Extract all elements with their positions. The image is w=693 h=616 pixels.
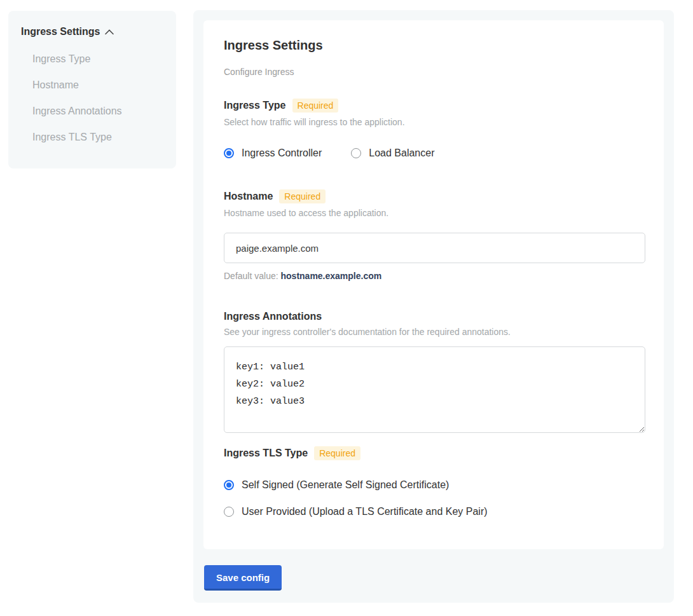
sidebar-group-title: Ingress Settings [21,26,100,38]
sidebar-group-ingress-settings[interactable]: Ingress Settings [21,26,163,38]
save-config-button[interactable]: Save config [204,565,282,591]
hostname-label: Hostname [224,191,273,202]
hostname-input[interactable] [224,233,645,263]
radio-selected-icon[interactable] [224,148,234,158]
chevron-up-icon [105,29,114,35]
ingress-annotations-help: See your ingress controller's documentat… [224,327,643,337]
sidebar-item-ingress-annotations[interactable]: Ingress Annotations [32,106,163,117]
radio-self-signed[interactable]: Self Signed (Generate Self Signed Certif… [224,479,643,491]
hostname-help: Hostname used to access the application. [224,208,643,218]
sidebar-item-list: Ingress Type Hostname Ingress Annotation… [21,53,163,143]
ingress-type-label: Ingress Type [224,100,286,111]
sidebar-item-ingress-tls-type[interactable]: Ingress TLS Type [32,132,163,143]
section-hostname: Hostname Required Hostname used to acces… [224,189,643,281]
required-badge: Required [279,189,326,203]
hostname-default-value-text: hostname.example.com [281,271,382,281]
sidebar-item-ingress-type[interactable]: Ingress Type [32,53,163,65]
required-badge: Required [314,446,360,460]
ingress-type-radio-group: Ingress Controller Load Balancer [224,147,643,159]
section-ingress-type: Ingress Type Required Select how traffic… [224,99,643,159]
ingress-tls-radio-group: Self Signed (Generate Self Signed Certif… [224,479,643,517]
radio-selected-icon[interactable] [224,480,234,490]
ingress-settings-card: Ingress Settings Configure Ingress Ingre… [203,20,664,549]
ingress-tls-type-label: Ingress TLS Type [224,448,308,459]
page-subtitle: Configure Ingress [224,67,643,77]
radio-load-balancer[interactable]: Load Balancer [351,147,434,159]
radio-ingress-controller[interactable]: Ingress Controller [224,147,322,159]
ingress-annotations-textarea[interactable]: key1: value1 key2: value2 key3: value3 [224,346,645,433]
radio-unselected-icon[interactable] [224,507,234,517]
section-ingress-tls-type: Ingress TLS Type Required Self Signed (G… [224,446,643,517]
ingress-annotations-label: Ingress Annotations [224,311,322,322]
page-title: Ingress Settings [224,38,643,53]
section-ingress-annotations: Ingress Annotations See your ingress con… [224,311,643,433]
radio-user-provided[interactable]: User Provided (Upload a TLS Certificate … [224,506,643,517]
radio-unselected-icon[interactable] [351,148,361,158]
required-badge: Required [292,99,339,113]
ingress-type-help: Select how traffic will ingress to the a… [224,117,643,127]
config-main-panel: Ingress Settings Configure Ingress Ingre… [193,10,674,603]
sidebar-item-hostname[interactable]: Hostname [32,79,163,91]
config-nav-sidebar: Ingress Settings Ingress Type Hostname I… [8,11,176,168]
hostname-default-value: Default value: hostname.example.com [224,271,643,281]
